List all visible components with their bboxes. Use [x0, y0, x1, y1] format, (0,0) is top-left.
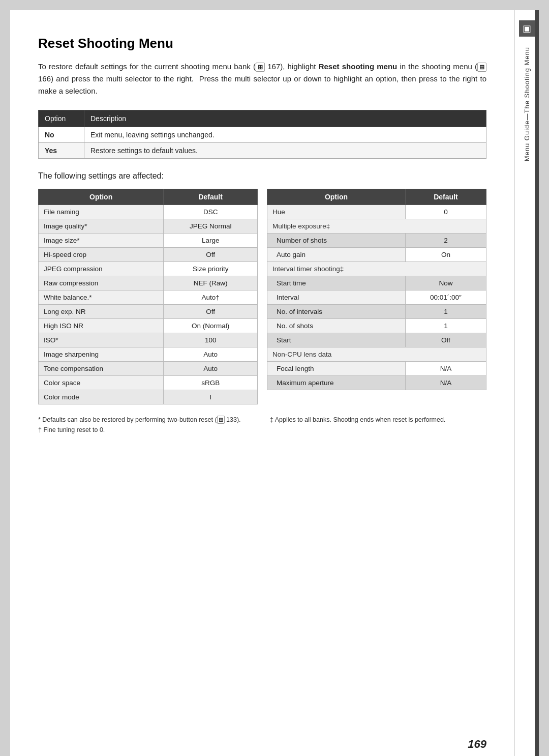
right-default-header: Default [405, 189, 486, 205]
right-row-group: Interval timer shooting‡ [267, 262, 486, 276]
table-row: Color space sRGB [39, 376, 258, 390]
right-row-group: Non-CPU lens data [267, 347, 486, 362]
table-row: Hue 0 [267, 205, 486, 219]
right-row-option: No. of shots [267, 319, 406, 333]
left-default-header: Default [164, 189, 258, 205]
left-row-default: sRGB [164, 376, 258, 390]
table-row: Maximum aperture N/A [267, 376, 486, 390]
table-row: Yes Restore settings to default values. [39, 143, 486, 159]
option-no: No [39, 127, 84, 143]
left-settings-table: Option Default File naming DSC Image qua… [38, 189, 258, 404]
left-row-option: Color space [39, 376, 164, 390]
sidebar-camera-icon: ▣ [519, 20, 535, 37]
table-row: Non-CPU lens data [267, 347, 486, 362]
right-row-option: Auto gain [267, 248, 406, 262]
table-row: Image sharpening Auto [39, 347, 258, 362]
right-row-option: Interval [267, 290, 406, 305]
page-number: 169 [468, 738, 486, 751]
table-row: No. of intervals 1 [267, 305, 486, 319]
right-row-option: Start [267, 333, 406, 347]
right-row-option: Start time [267, 276, 406, 290]
left-row-option: Tone compensation [39, 362, 164, 376]
right-row-default: N/A [405, 362, 486, 376]
bottom-area: * Defaults can also be restored by perfo… [38, 415, 486, 435]
left-row-option: White balance.* [39, 290, 164, 305]
right-row-option: Maximum aperture [267, 376, 406, 390]
left-row-option: File naming [39, 205, 164, 219]
table-row: High ISO NR On (Normal) [39, 319, 258, 333]
footnote-right: ‡ Applies to all banks. Shooting ends wh… [270, 415, 486, 435]
right-row-default: 0 [405, 205, 486, 219]
left-option-header: Option [39, 189, 164, 205]
left-row-option: Hi-speed crop [39, 248, 164, 262]
left-row-default: DSC [164, 205, 258, 219]
right-row-group: Multiple exposure‡ [267, 219, 486, 234]
table-row: Image quality* JPEG Normal [39, 219, 258, 234]
right-settings-table: Option Default Hue 0 Multiple exposure‡ [267, 189, 486, 390]
table-row: White balance.* Auto† [39, 290, 258, 305]
right-row-default: 2 [405, 234, 486, 248]
table-row: Multiple exposure‡ [267, 219, 486, 234]
left-row-option: Image sharpening [39, 347, 164, 362]
table-row: File naming DSC [39, 205, 258, 219]
left-row-option: Long exp. NR [39, 305, 164, 319]
right-row-default: 1 [405, 305, 486, 319]
right-row-option: Number of shots [267, 234, 406, 248]
table-row: JPEG compression Size priority [39, 262, 258, 276]
left-row-default: JPEG Normal [164, 219, 258, 234]
sidebar: ▣ Menu Guide—The Shooting Menu [514, 10, 539, 756]
left-row-default: Auto [164, 347, 258, 362]
footnote-text-right: ‡ Applies to all banks. Shooting ends wh… [270, 416, 445, 423]
page-title: Reset Shooting Menu [38, 36, 486, 51]
table-row: Color mode I [39, 390, 258, 404]
footnote-text-2: † Fine tuning reset to 0. [38, 426, 105, 433]
table-row: ISO* 100 [39, 333, 258, 347]
table-row: Interval timer shooting‡ [267, 262, 486, 276]
left-row-default: Off [164, 305, 258, 319]
table-row: No. of shots 1 [267, 319, 486, 333]
left-row-option: Image size* [39, 234, 164, 248]
table-row: Long exp. NR Off [39, 305, 258, 319]
table-row: Raw compression NEF (Raw) [39, 276, 258, 290]
left-row-default: On (Normal) [164, 319, 258, 333]
left-row-default: NEF (Raw) [164, 276, 258, 290]
table-row: Tone compensation Auto [39, 362, 258, 376]
main-content: Reset Shooting Menu To restore default s… [10, 10, 514, 756]
option-table: Option Description No Exit menu, leaving… [38, 110, 486, 159]
option-yes-desc: Restore settings to default values. [84, 143, 486, 159]
right-row-default: Off [405, 333, 486, 347]
footnote-text-1: * Defaults can also be restored by perfo… [38, 416, 241, 423]
settings-grid: Option Default File naming DSC Image qua… [38, 189, 486, 404]
left-row-default: Large [164, 234, 258, 248]
intro-paragraph: To restore default settings for the curr… [38, 61, 486, 97]
table-row: Auto gain On [267, 248, 486, 262]
left-row-default: Auto [164, 362, 258, 376]
table-row: Start Off [267, 333, 486, 347]
left-row-option: ISO* [39, 333, 164, 347]
right-row-default: On [405, 248, 486, 262]
table-row: No Exit menu, leaving settings unchanged… [39, 127, 486, 143]
footnote-left: * Defaults can also be restored by perfo… [38, 415, 255, 435]
table-row: Interval 00:01´:00″ [267, 290, 486, 305]
right-option-header: Option [267, 189, 406, 205]
right-row-default: Now [405, 276, 486, 290]
left-row-option: Raw compression [39, 276, 164, 290]
left-row-default: I [164, 390, 258, 404]
table-row: Image size* Large [39, 234, 258, 248]
left-row-option: Color mode [39, 390, 164, 404]
sidebar-accent [535, 10, 539, 756]
left-row-option: JPEG compression [39, 262, 164, 276]
left-row-default: Auto† [164, 290, 258, 305]
option-no-desc: Exit menu, leaving settings unchanged. [84, 127, 486, 143]
description-header: Description [84, 110, 486, 127]
right-row-default: N/A [405, 376, 486, 390]
table-row: Focal length N/A [267, 362, 486, 376]
right-row-default: 1 [405, 319, 486, 333]
left-row-default: 100 [164, 333, 258, 347]
option-yes: Yes [39, 143, 84, 159]
page-container: Reset Shooting Menu To restore default s… [10, 10, 539, 756]
right-row-option: Hue [267, 205, 406, 219]
left-row-default: Off [164, 248, 258, 262]
left-row-default: Size priority [164, 262, 258, 276]
left-row-option: Image quality* [39, 219, 164, 234]
